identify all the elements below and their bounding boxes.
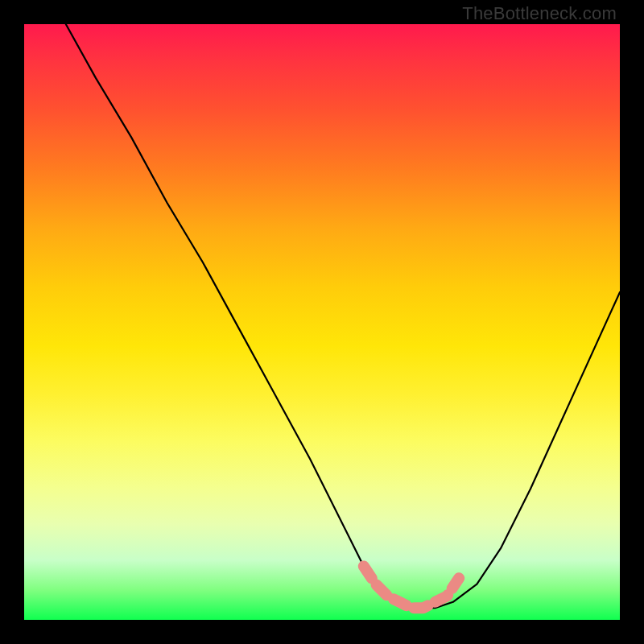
main-curve-path (66, 24, 620, 608)
watermark-text: TheBottleneck.com (462, 3, 617, 24)
highlight-region-path (364, 566, 459, 608)
chart-svg (24, 24, 620, 620)
plot-area (24, 24, 620, 620)
